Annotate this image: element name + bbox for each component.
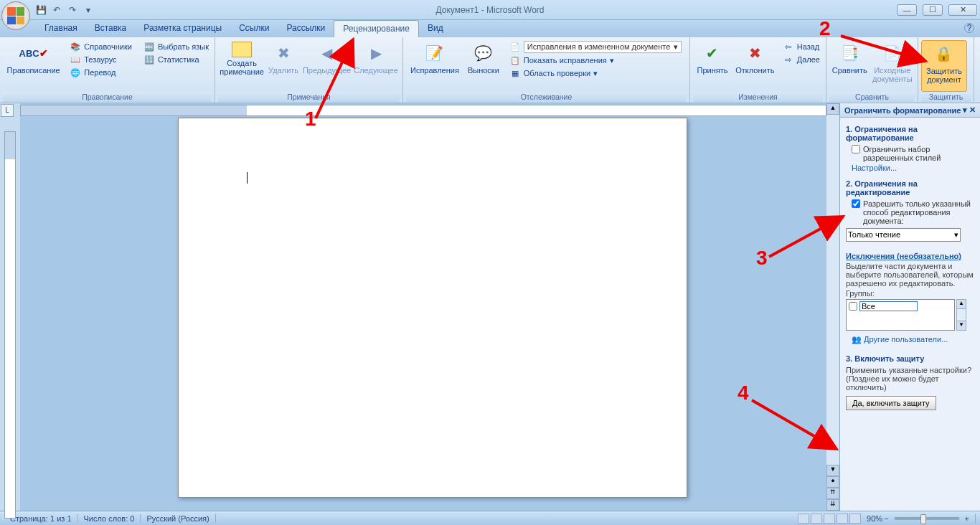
- svg-line-2: [769, 217, 843, 257]
- svg-line-1: [841, 36, 925, 61]
- svg-line-3: [752, 400, 837, 449]
- svg-line-0: [316, 39, 353, 118]
- annotation-arrows: [0, 0, 980, 525]
